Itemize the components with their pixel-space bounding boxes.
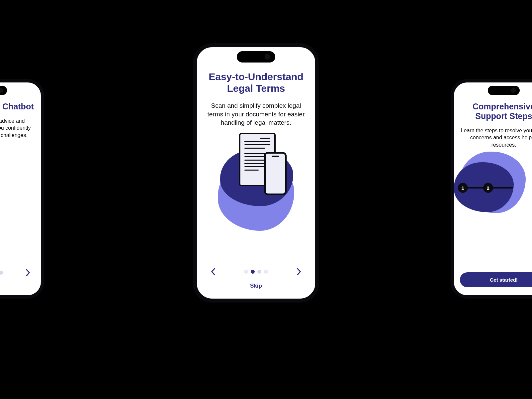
dynamic-island: [488, 86, 520, 95]
pager: [204, 265, 308, 279]
screen-title: Easy-to-Understand Legal Terms: [204, 71, 308, 94]
page-dot[interactable]: [257, 270, 261, 274]
page-dot-active[interactable]: [251, 270, 255, 274]
screen-description: Get personalized advice and assistance t…: [0, 117, 35, 139]
page-dot[interactable]: [244, 270, 248, 274]
chat-illustration: ??: [0, 139, 35, 267]
steps-illustration: 1 2: [460, 148, 532, 268]
dynamic-island: [237, 51, 275, 63]
step-number: 2: [487, 185, 489, 191]
dynamic-island: [0, 86, 7, 95]
screen-title: Comprehensive Support Steps: [460, 102, 532, 121]
screen-description: Learn the steps to resolve your legal co…: [460, 127, 532, 149]
next-button[interactable]: [22, 267, 34, 278]
pager: [0, 267, 35, 279]
prev-button[interactable]: [207, 266, 219, 277]
skip-link[interactable]: Skip: [250, 283, 262, 289]
chevron-right-icon: [25, 268, 31, 277]
smartphone-icon: [264, 152, 287, 195]
document-scan-illustration: [204, 127, 308, 265]
step-number: 1: [462, 185, 464, 191]
get-started-button[interactable]: Get started!: [460, 272, 532, 287]
chevron-right-icon: [296, 267, 302, 276]
page-dot[interactable]: [0, 271, 3, 275]
next-button[interactable]: [293, 266, 305, 277]
screen-description: Scan and simplify complex legal terms in…: [204, 101, 308, 127]
page-dots: [244, 270, 268, 274]
screen-title: Guidance via Chatbot: [0, 102, 34, 111]
page-dot[interactable]: [264, 270, 268, 274]
onboarding-screen-support-steps: Comprehensive Support Steps Learn the st…: [451, 79, 532, 299]
page-dots: [0, 271, 3, 275]
onboarding-screen-legal-terms: Easy-to-Understand Legal Terms Scan and …: [193, 43, 319, 303]
onboarding-screen-chatbot: Guidance via Chatbot Get personalized ad…: [0, 79, 44, 299]
chevron-left-icon: [210, 267, 216, 276]
